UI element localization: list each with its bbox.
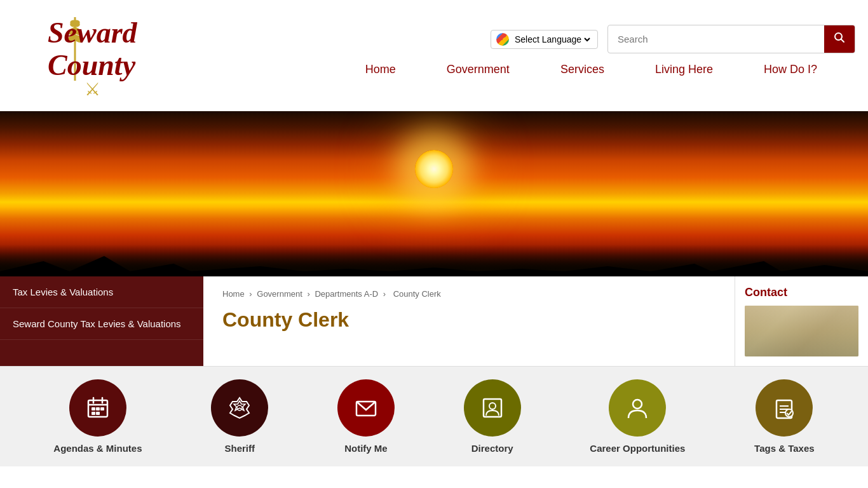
contact-title: Contact (745, 286, 858, 299)
bottom-item-directory[interactable]: Directory (464, 379, 521, 454)
page-title: County Clerk (222, 308, 715, 332)
notify-icon-circle (337, 379, 395, 437)
search-button[interactable] (824, 25, 855, 53)
envelope-icon (353, 395, 379, 421)
hero-banner (0, 111, 868, 276)
sidebar-item-seward-tax[interactable]: Seward County Tax Levies & Valuations (0, 308, 203, 340)
bottom-item-sheriff[interactable]: Sheriff (211, 379, 268, 454)
hero-sun (415, 150, 453, 188)
bottom-item-notify[interactable]: Notify Me (337, 379, 395, 454)
sheriff-label: Sheriff (224, 443, 255, 454)
bottom-bar: Agendas & Minutes Sheriff Notify Me (0, 366, 868, 466)
tags-icon-circle (756, 379, 813, 437)
sheriff-badge-icon (227, 395, 252, 421)
breadcrumb-current: County Clerk (393, 289, 441, 299)
nav-item-home[interactable]: Home (340, 60, 421, 79)
directory-label: Directory (471, 443, 513, 454)
right-sidebar: Contact (735, 276, 868, 366)
directory-person-icon (480, 395, 505, 421)
breadcrumb-government[interactable]: Government (257, 289, 302, 299)
breadcrumb-departments[interactable]: Departments A-D (315, 289, 378, 299)
nav-item-living-here[interactable]: Living Here (630, 60, 738, 79)
nav-item-services[interactable]: Services (535, 60, 630, 79)
career-label: Career Opportunities (590, 443, 685, 454)
logo-county: County (48, 50, 137, 82)
language-selector[interactable]: Select Language (491, 30, 598, 49)
career-icon-circle (609, 379, 666, 437)
bottom-item-agendas[interactable]: Agendas & Minutes (53, 379, 142, 454)
content-wrapper: Tax Levies & Valuations Seward County Ta… (0, 276, 868, 366)
agendas-icon-circle (69, 379, 126, 437)
svg-rect-16 (92, 412, 95, 415)
logo-seward: Seward (48, 17, 137, 50)
main-content: Home › Government › Departments A-D › Co… (203, 276, 735, 366)
nav-item-government[interactable]: Government (421, 60, 535, 79)
svg-rect-13 (92, 407, 95, 410)
main-nav: Home Government Services Living Here How… (200, 60, 855, 86)
svg-point-23 (489, 403, 496, 409)
tags-label: Tags & Taxes (754, 443, 814, 454)
svg-rect-15 (100, 407, 104, 410)
search-icon (834, 32, 845, 43)
sheriff-icon-circle (211, 379, 268, 437)
directory-icon-circle (464, 379, 521, 437)
search-input[interactable] (608, 27, 824, 51)
header-right: Select Language Home Government Services… (153, 25, 855, 86)
notify-label: Notify Me (344, 443, 388, 454)
contact-image-inner (745, 306, 858, 356)
svg-point-24 (633, 400, 642, 409)
nav-item-how-do-i[interactable]: How Do I? (738, 60, 843, 79)
bottom-item-tags[interactable]: Tags & Taxes (754, 379, 814, 454)
svg-rect-17 (96, 412, 100, 415)
sidebar: Tax Levies & Valuations Seward County Ta… (0, 276, 203, 366)
contact-image (745, 306, 858, 356)
header: Seward County ⚔ Select Language (0, 0, 868, 111)
tags-clipboard-icon (771, 395, 797, 421)
sidebar-item-tax-levies[interactable]: Tax Levies & Valuations (0, 276, 203, 308)
breadcrumb-home[interactable]: Home (222, 289, 245, 299)
svg-line-8 (841, 39, 844, 43)
agendas-label: Agendas & Minutes (53, 443, 142, 454)
bottom-item-career[interactable]: Career Opportunities (590, 379, 685, 454)
svg-point-29 (785, 409, 793, 417)
header-top-row: Select Language (491, 25, 855, 53)
breadcrumb: Home › Government › Departments A-D › Co… (222, 289, 715, 299)
career-person-icon (625, 395, 650, 421)
logo-area[interactable]: Seward County ⚔ (13, 11, 153, 99)
google-translate-icon (496, 33, 509, 46)
svg-rect-14 (96, 407, 100, 410)
calendar-icon (85, 395, 111, 421)
search-bar (607, 25, 855, 53)
language-dropdown[interactable]: Select Language (512, 34, 592, 45)
